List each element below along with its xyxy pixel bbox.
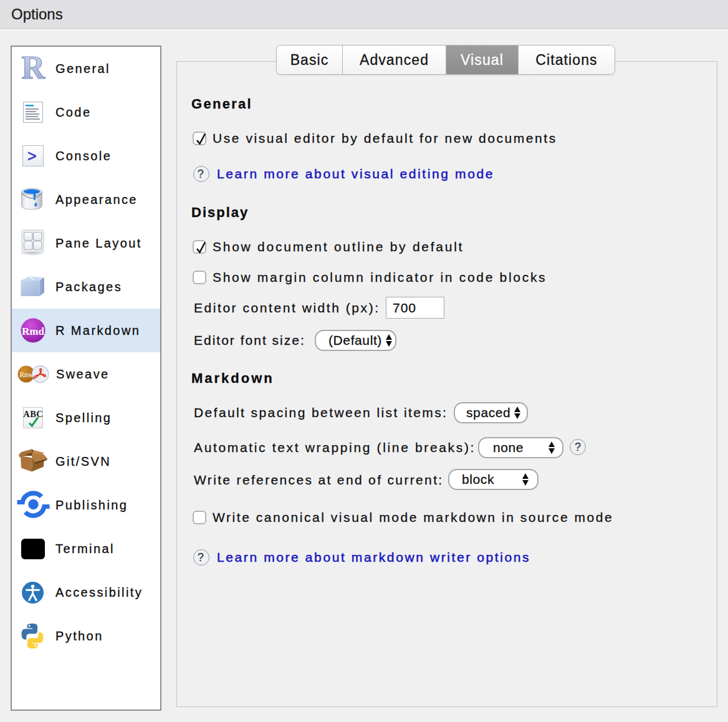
svg-text:Rmd: Rmd: [22, 325, 44, 337]
svg-text:ABC: ABC: [23, 409, 43, 419]
svg-text:R: R: [22, 53, 46, 83]
svg-text:Rnw: Rnw: [19, 371, 33, 378]
svg-text:>: >: [27, 147, 37, 165]
